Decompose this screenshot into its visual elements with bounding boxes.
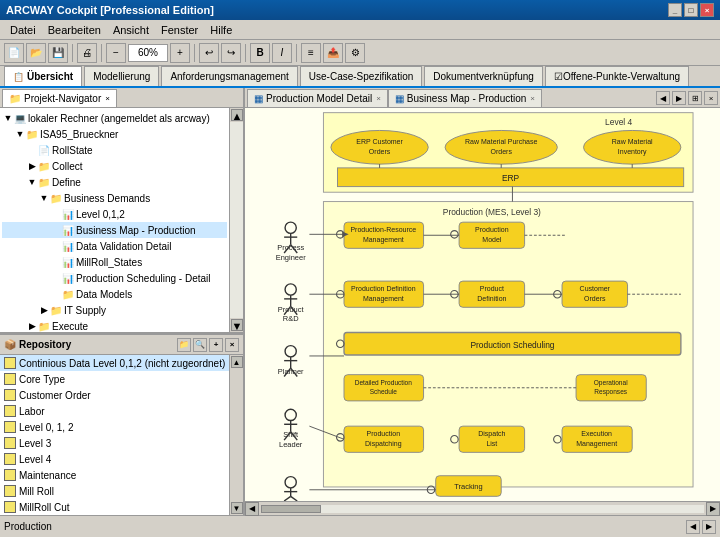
maximize-button[interactable]: □ — [684, 3, 698, 17]
menu-fenster[interactable]: Fenster — [155, 22, 204, 38]
tree-item-datamod[interactable]: 📁 Data Models — [2, 286, 227, 302]
h-scroll-thumb[interactable] — [261, 505, 321, 513]
repo-btn1[interactable]: 📁 — [177, 338, 191, 352]
svg-text:List: List — [486, 440, 497, 447]
tree-item-prodsch[interactable]: 📊 Production Scheduling - Detail — [2, 270, 227, 286]
doc-tab-busmap[interactable]: ▦ Business Map - Production × — [388, 89, 542, 107]
bold-button[interactable]: B — [250, 43, 270, 63]
repo-item-icon-5 — [4, 437, 16, 449]
tree-item-execute[interactable]: ▶ 📁 Execute — [2, 318, 227, 332]
settings-button[interactable]: ⚙ — [345, 43, 365, 63]
doc-tab-close-1[interactable]: × — [376, 94, 381, 103]
nav-doc-tab[interactable]: 📁 Projekt-Navigator × — [2, 89, 117, 107]
repo-controls[interactable]: 📁 🔍 + × — [177, 338, 239, 352]
tree-item-busdem[interactable]: ▼ 📁 Business Demands — [2, 190, 227, 206]
doc-tab-bar: ▦ Production Model Detail × ▦ Business M… — [245, 88, 720, 108]
diag-btn2[interactable]: ▶ — [672, 91, 686, 105]
repo-item-9[interactable]: MillRoll Cut — [0, 499, 229, 515]
align-left[interactable]: ≡ — [301, 43, 321, 63]
repo-item-icon-2 — [4, 389, 16, 401]
menu-bar: Datei Bearbeiten Ansicht Fenster Hilfe — [0, 20, 720, 40]
repo-scrollbar[interactable]: ▲ ▼ — [229, 355, 243, 515]
save-button[interactable]: 💾 — [48, 43, 68, 63]
tree-item-itsupply[interactable]: ▶ 📁 IT Supply — [2, 302, 227, 318]
menu-hilfe[interactable]: Hilfe — [204, 22, 238, 38]
diagram-controls[interactable]: ◀ ▶ ⊞ × — [656, 91, 718, 107]
repo-list: Continious Data Level 0,1,2 (nicht zugeo… — [0, 355, 229, 515]
horizontal-scrollbar[interactable]: ◀ ▶ — [245, 501, 720, 515]
repo-item-0[interactable]: Continious Data Level 0,1,2 (nicht zugeo… — [0, 355, 229, 371]
tree-item-collect[interactable]: ▶ 📁 Collect — [2, 158, 227, 174]
repo-item-8[interactable]: Mill Roll — [0, 483, 229, 499]
repo-header: 📦 Repository 📁 🔍 + × — [0, 335, 243, 355]
new-button[interactable]: 📄 — [4, 43, 24, 63]
tree-item-rollstate[interactable]: 📄 RollState — [2, 142, 227, 158]
tree-item-localhost[interactable]: ▼ 💻 lokaler Rechner (angemeldet als arcw… — [2, 110, 227, 126]
diag-btn3[interactable]: ⊞ — [688, 91, 702, 105]
repo-item-1[interactable]: Core Type — [0, 371, 229, 387]
tab-offene[interactable]: ☑ Offene-Punkte-Verwaltung — [545, 66, 689, 86]
repo-scroll-down[interactable]: ▼ — [231, 502, 243, 514]
tab-dokument[interactable]: Dokumentverknüpfung — [424, 66, 543, 86]
tab-usecase[interactable]: Use-Case-Spezifikation — [300, 66, 423, 86]
repo-item-6[interactable]: Level 4 — [0, 451, 229, 467]
close-button[interactable]: × — [700, 3, 714, 17]
repo-btn3[interactable]: + — [209, 338, 223, 352]
diagram-icon-1: ▦ — [254, 93, 263, 104]
tree-item-millroll[interactable]: 📊 MillRoll_States — [2, 254, 227, 270]
zoom-in-button[interactable]: + — [170, 43, 190, 63]
svg-text:Management: Management — [576, 440, 617, 448]
scroll-down[interactable]: ▼ — [231, 319, 243, 331]
scroll-track[interactable] — [230, 122, 243, 318]
repo-btn2[interactable]: 🔍 — [193, 338, 207, 352]
h-scroll-left[interactable]: ◀ — [245, 502, 259, 516]
diag-btn1[interactable]: ◀ — [656, 91, 670, 105]
tree-item-level012[interactable]: 📊 Level 0,1,2 — [2, 206, 227, 222]
tab-ubersicht[interactable]: 📋 Übersicht — [4, 66, 82, 86]
scroll-up[interactable]: ▲ — [231, 109, 243, 121]
diagram-area[interactable]: Level 4 ERP Customer Orders Raw Material… — [245, 108, 720, 501]
status-btn2[interactable]: ▶ — [702, 520, 716, 534]
doc-tab-prodmodel[interactable]: ▦ Production Model Detail × — [247, 89, 388, 107]
doc-tab-close-2[interactable]: × — [530, 94, 535, 103]
svg-text:Tracking: Tracking — [454, 482, 482, 491]
repo-item-5[interactable]: Level 3 — [0, 435, 229, 451]
redo-button[interactable]: ↪ — [221, 43, 241, 63]
italic-button[interactable]: I — [272, 43, 292, 63]
minimize-button[interactable]: _ — [668, 3, 682, 17]
repo-item-2[interactable]: Customer Order — [0, 387, 229, 403]
svg-text:Product: Product — [480, 285, 504, 292]
zoom-out-button[interactable]: − — [106, 43, 126, 63]
diag-close[interactable]: × — [704, 91, 718, 105]
repo-close[interactable]: × — [225, 338, 239, 352]
print-button[interactable]: 🖨 — [77, 43, 97, 63]
tab-modellierung[interactable]: Modellierung — [84, 66, 159, 86]
zoom-level[interactable]: 60% — [128, 44, 168, 62]
menu-ansicht[interactable]: Ansicht — [107, 22, 155, 38]
tree-item-define[interactable]: ▼ 📁 Define — [2, 174, 227, 190]
nav-scrollbar[interactable]: ▲ ▼ — [229, 108, 243, 332]
h-scroll-track[interactable] — [261, 505, 704, 513]
menu-bearbeiten[interactable]: Bearbeiten — [42, 22, 107, 38]
export-button[interactable]: 📤 — [323, 43, 343, 63]
tab-anforderung[interactable]: Anforderungsmanagement — [161, 66, 297, 86]
menu-datei[interactable]: Datei — [4, 22, 42, 38]
nav-close[interactable]: × — [105, 94, 110, 103]
repo-item-4[interactable]: Level 0, 1, 2 — [0, 419, 229, 435]
status-btn1[interactable]: ◀ — [686, 520, 700, 534]
svg-text:Leader: Leader — [279, 440, 303, 449]
tree-item-isa95[interactable]: ▼ 📁 ISA95_Brueckner — [2, 126, 227, 142]
tree-item-dataval[interactable]: 📊 Data Validation Detail — [2, 238, 227, 254]
repo-item-3[interactable]: Labor — [0, 403, 229, 419]
tree-item-busmap[interactable]: 📊 Business Map - Production — [2, 222, 227, 238]
window-controls[interactable]: _ □ × — [668, 3, 714, 17]
svg-text:ERP Customer: ERP Customer — [356, 138, 403, 145]
svg-text:ERP: ERP — [502, 173, 520, 183]
repo-scroll-up[interactable]: ▲ — [231, 356, 243, 368]
repo-item-7[interactable]: Maintenance — [0, 467, 229, 483]
undo-button[interactable]: ↩ — [199, 43, 219, 63]
h-scroll-right[interactable]: ▶ — [706, 502, 720, 516]
open-button[interactable]: 📂 — [26, 43, 46, 63]
svg-text:Production: Production — [367, 430, 401, 437]
app-title: ARCWAY Cockpit [Professional Edition] — [6, 4, 214, 16]
